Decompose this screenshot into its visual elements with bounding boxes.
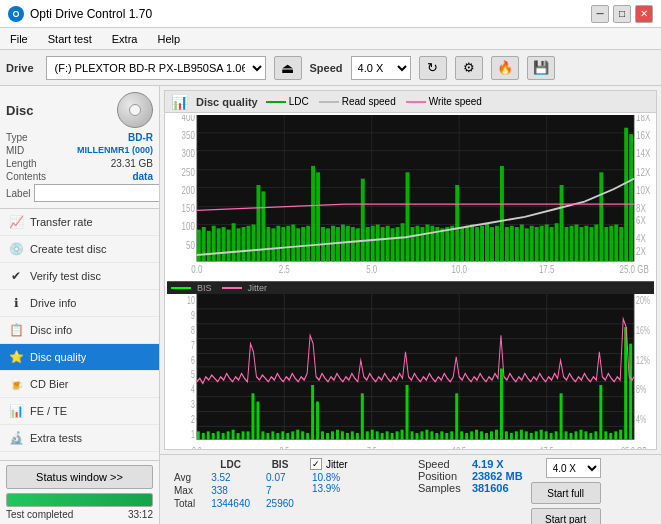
svg-text:7: 7 — [191, 337, 195, 350]
svg-text:14X: 14X — [636, 148, 650, 159]
svg-rect-79 — [406, 172, 410, 261]
svg-rect-119 — [604, 227, 608, 261]
sidebar-item-label: Transfer rate — [30, 216, 93, 228]
jitter-section: ✓ Jitter 10.8% 13.9% — [310, 458, 410, 494]
bottom-chart-wrapper: BIS Jitter — [167, 281, 654, 448]
samples-label: Samples — [418, 482, 468, 494]
speed-select[interactable]: 4.0 X — [351, 56, 411, 80]
svg-rect-187 — [321, 431, 324, 439]
start-part-button[interactable]: Start part — [531, 508, 601, 524]
svg-rect-230 — [535, 431, 538, 439]
jitter-checkbox-row: ✓ Jitter — [310, 458, 410, 470]
menu-file[interactable]: File — [6, 32, 32, 46]
svg-text:8X: 8X — [636, 203, 646, 214]
svg-text:350: 350 — [182, 130, 195, 141]
menu-extra[interactable]: Extra — [108, 32, 142, 46]
close-button[interactable]: ✕ — [635, 5, 653, 23]
jitter-stats: 10.8% 13.9% — [312, 472, 410, 494]
sidebar-item-verify-test-disc[interactable]: ✔ Verify test disc — [0, 263, 159, 290]
start-full-button[interactable]: Start full — [531, 482, 601, 504]
svg-text:200: 200 — [182, 185, 195, 196]
transfer-rate-icon: 📈 — [8, 214, 24, 230]
svg-rect-201 — [391, 433, 394, 440]
drive-select[interactable]: (F:) PLEXTOR BD-R PX-LB950SA 1.06 — [46, 56, 266, 80]
menu-start-test[interactable]: Start test — [44, 32, 96, 46]
svg-rect-110 — [560, 185, 564, 261]
disc-contents-row: Contents data — [6, 171, 153, 182]
svg-rect-65 — [336, 227, 340, 261]
svg-rect-194 — [356, 433, 359, 440]
sidebar-item-transfer-rate[interactable]: 📈 Transfer rate — [0, 209, 159, 236]
title-bar: O Opti Drive Control 1.70 ─ □ ✕ — [0, 0, 661, 28]
maximize-button[interactable]: □ — [613, 5, 631, 23]
sidebar-item-drive-info[interactable]: ℹ Drive info — [0, 290, 159, 317]
sidebar-item-disc-quality[interactable]: ⭐ Disc quality — [0, 344, 159, 371]
svg-text:6: 6 — [191, 352, 195, 365]
settings-button[interactable]: ⚙ — [455, 56, 483, 80]
sidebar-item-disc-info[interactable]: 📋 Disc info — [0, 317, 159, 344]
eject-button[interactable]: ⏏ — [274, 56, 302, 80]
status-window-button[interactable]: Status window >> — [6, 465, 153, 489]
cd-bier-icon: 🍺 — [8, 376, 24, 392]
svg-rect-42 — [222, 227, 226, 261]
title-controls[interactable]: ─ □ ✕ — [591, 5, 653, 23]
avg-ldc: 3.52 — [203, 471, 258, 484]
avg-label: Avg — [166, 471, 203, 484]
disc-label-row: Label ✎ — [6, 184, 153, 202]
svg-rect-222 — [495, 429, 498, 439]
app-icon: O — [8, 6, 24, 22]
chart-panel: 📊 Disc quality LDC Read speed Write spee… — [164, 90, 657, 450]
jitter-max-val: 13.9% — [312, 483, 340, 494]
svg-text:300: 300 — [182, 148, 195, 159]
svg-rect-55 — [286, 226, 290, 262]
refresh-button[interactable]: ↻ — [419, 56, 447, 80]
svg-rect-184 — [306, 433, 309, 440]
svg-text:2X: 2X — [636, 246, 646, 257]
disc-label-input[interactable] — [34, 184, 160, 202]
minimize-button[interactable]: ─ — [591, 5, 609, 23]
svg-rect-207 — [420, 431, 423, 439]
sidebar-item-cd-bier[interactable]: 🍺 CD Bier — [0, 371, 159, 398]
jitter-label: Jitter — [326, 459, 348, 470]
svg-rect-185 — [311, 385, 314, 440]
sidebar-item-label: CD Bier — [30, 378, 69, 390]
svg-rect-164 — [207, 431, 210, 439]
svg-rect-186 — [316, 401, 319, 439]
save-button[interactable]: 💾 — [527, 56, 555, 80]
legend-ldc: LDC — [266, 96, 309, 107]
burn-button[interactable]: 🔥 — [491, 56, 519, 80]
table-row-max: Max 338 7 — [166, 484, 302, 497]
sidebar-item-extra-tests[interactable]: 🔬 Extra tests — [0, 425, 159, 452]
svg-text:150: 150 — [182, 203, 195, 214]
disc-type-row: Type BD-R — [6, 132, 153, 143]
jitter-checkbox[interactable]: ✓ — [310, 458, 322, 470]
svg-rect-181 — [291, 431, 294, 439]
sidebar-item-fe-te[interactable]: 📊 FE / TE — [0, 398, 159, 425]
position-label: Position — [418, 470, 468, 482]
svg-rect-163 — [202, 433, 205, 440]
jitter-label: Jitter — [248, 283, 268, 293]
speed-select-sm[interactable]: 4.0 X — [546, 458, 601, 478]
svg-text:16X: 16X — [636, 130, 650, 141]
sidebar-item-create-test-disc[interactable]: 💿 Create test disc — [0, 236, 159, 263]
svg-text:10: 10 — [187, 294, 195, 306]
speed-label: Speed — [310, 62, 343, 74]
svg-rect-67 — [346, 226, 350, 262]
menu-bar: File Start test Extra Help — [0, 28, 661, 50]
svg-rect-177 — [271, 431, 274, 439]
svg-rect-196 — [366, 431, 369, 439]
svg-rect-236 — [565, 431, 568, 439]
menu-help[interactable]: Help — [153, 32, 184, 46]
fe-te-icon: 📊 — [8, 403, 24, 419]
svg-rect-231 — [540, 429, 543, 439]
svg-rect-87 — [445, 227, 449, 261]
svg-rect-182 — [296, 429, 299, 439]
read-speed-color — [319, 101, 339, 103]
svg-rect-116 — [589, 227, 593, 261]
svg-rect-197 — [371, 429, 374, 439]
disc-length-val: 23.31 GB — [111, 158, 153, 169]
sidebar-item-label: Disc quality — [30, 351, 86, 363]
svg-rect-238 — [574, 431, 577, 439]
svg-rect-117 — [594, 224, 598, 261]
svg-rect-239 — [579, 429, 582, 439]
